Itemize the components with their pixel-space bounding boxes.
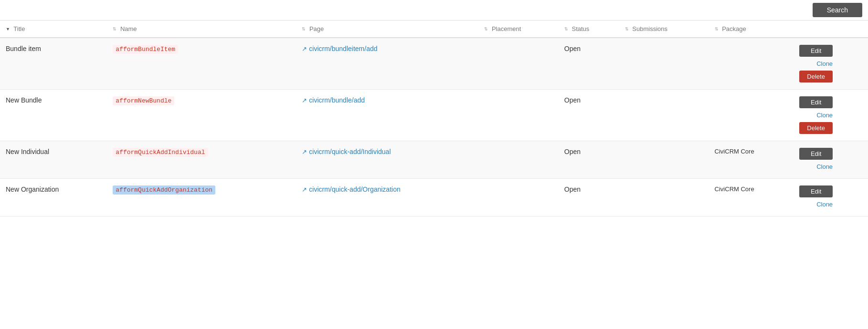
submissions-sort-icon[interactable]: ⇅ <box>625 27 629 31</box>
col-name-label: Name <box>120 25 137 32</box>
col-package: ⇅ Package <box>709 21 794 38</box>
cell-package: CiviCRM Core <box>709 141 794 179</box>
cell-name: afformBundleItem <box>107 38 296 90</box>
cell-title: Bundle item <box>0 38 107 90</box>
clone-button[interactable]: Clone <box>799 110 833 120</box>
top-bar: Search <box>0 0 868 21</box>
col-submissions: ⇅ Submissions <box>619 21 709 38</box>
cell-placement <box>478 141 559 179</box>
delete-button[interactable]: Delete <box>799 71 833 82</box>
page-link[interactable]: ↗civicrm/quick-add/Organization <box>302 185 473 193</box>
clone-button[interactable]: Clone <box>799 199 833 209</box>
col-title: ▼ Title <box>0 21 107 38</box>
title-sort-icon[interactable]: ▼ <box>6 27 10 31</box>
edit-button[interactable]: Edit <box>799 185 833 197</box>
external-link-icon: ↗ <box>302 148 307 155</box>
col-submissions-label: Submissions <box>632 25 667 32</box>
search-button[interactable]: Search <box>813 3 862 17</box>
page-link-text: civicrm/quick-add/Individual <box>309 148 391 155</box>
cell-placement <box>478 38 559 90</box>
name-sort-icon[interactable]: ⇅ <box>113 27 116 31</box>
main-table-container: Search ▼ Title ⇅ Name ⇅ Page ⇅ Placemen <box>0 0 868 216</box>
col-page-label: Page <box>309 25 324 32</box>
col-package-label: Package <box>722 25 746 32</box>
cell-actions: EditClone <box>794 179 868 216</box>
external-link-icon: ↗ <box>302 45 307 52</box>
table-header-row: ▼ Title ⇅ Name ⇅ Page ⇅ Placement ⇅ St <box>0 21 868 38</box>
cell-package: CiviCRM Core <box>709 179 794 216</box>
edit-button[interactable]: Edit <box>799 45 833 57</box>
cell-page: ↗civicrm/bundleitem/add <box>296 38 478 90</box>
cell-page: ↗civicrm/quick-add/Individual <box>296 141 478 179</box>
col-page: ⇅ Page <box>296 21 478 38</box>
cell-name: afformQuickAddIndividual <box>107 141 296 179</box>
cell-page: ↗civicrm/bundle/add <box>296 90 478 141</box>
cell-actions: EditClone <box>794 141 868 179</box>
page-link[interactable]: ↗civicrm/bundle/add <box>302 96 473 104</box>
col-name: ⇅ Name <box>107 21 296 38</box>
cell-page: ↗civicrm/quick-add/Organization <box>296 179 478 216</box>
delete-button[interactable]: Delete <box>799 122 833 134</box>
afform-name: afformBundleItem <box>113 45 178 54</box>
page-link-text: civicrm/bundleitem/add <box>309 45 377 52</box>
cell-name: afformQuickAddOrganization <box>107 179 296 216</box>
cell-submissions <box>619 90 709 141</box>
page-link[interactable]: ↗civicrm/bundleitem/add <box>302 45 473 52</box>
cell-actions: EditCloneDelete <box>794 38 868 90</box>
page-link-text: civicrm/bundle/add <box>309 96 365 104</box>
cell-placement <box>478 90 559 141</box>
edit-button[interactable]: Edit <box>799 96 833 108</box>
table-row: Bundle itemafformBundleItem↗civicrm/bund… <box>0 38 868 90</box>
cell-package <box>709 90 794 141</box>
external-link-icon: ↗ <box>302 186 307 193</box>
afform-name: afformQuickAddOrganization <box>113 185 215 195</box>
clone-button[interactable]: Clone <box>799 59 833 69</box>
page-sort-icon[interactable]: ⇅ <box>302 27 306 31</box>
placement-sort-icon[interactable]: ⇅ <box>484 27 488 31</box>
cell-status: Open <box>559 179 619 216</box>
page-link[interactable]: ↗civicrm/quick-add/Individual <box>302 148 473 155</box>
table-body: Bundle itemafformBundleItem↗civicrm/bund… <box>0 38 868 216</box>
col-title-label: Title <box>13 25 25 32</box>
afform-name: afformQuickAddIndividual <box>113 148 208 157</box>
cell-package <box>709 38 794 90</box>
col-placement-label: Placement <box>492 25 521 32</box>
col-actions <box>794 21 868 38</box>
clone-button[interactable]: Clone <box>799 162 833 172</box>
cell-placement <box>478 179 559 216</box>
cell-title: New Individual <box>0 141 107 179</box>
status-sort-icon[interactable]: ⇅ <box>564 27 568 31</box>
edit-button[interactable]: Edit <box>799 148 833 160</box>
cell-submissions <box>619 38 709 90</box>
cell-status: Open <box>559 38 619 90</box>
table-row: New IndividualafformQuickAddIndividual↗c… <box>0 141 868 179</box>
cell-title: New Organization <box>0 179 107 216</box>
cell-actions: EditCloneDelete <box>794 90 868 141</box>
cell-submissions <box>619 179 709 216</box>
cell-status: Open <box>559 90 619 141</box>
table-row: New BundleafformNewBundle↗civicrm/bundle… <box>0 90 868 141</box>
afform-table: ▼ Title ⇅ Name ⇅ Page ⇅ Placement ⇅ St <box>0 21 868 216</box>
afform-name: afformNewBundle <box>113 96 174 105</box>
cell-submissions <box>619 141 709 179</box>
cell-status: Open <box>559 141 619 179</box>
cell-title: New Bundle <box>0 90 107 141</box>
table-row: New OrganizationafformQuickAddOrganizati… <box>0 179 868 216</box>
col-status-label: Status <box>572 25 589 32</box>
package-sort-icon[interactable]: ⇅ <box>715 27 719 31</box>
col-status: ⇅ Status <box>559 21 619 38</box>
page-link-text: civicrm/quick-add/Organization <box>309 185 400 193</box>
external-link-icon: ↗ <box>302 97 307 104</box>
col-placement: ⇅ Placement <box>478 21 559 38</box>
cell-name: afformNewBundle <box>107 90 296 141</box>
